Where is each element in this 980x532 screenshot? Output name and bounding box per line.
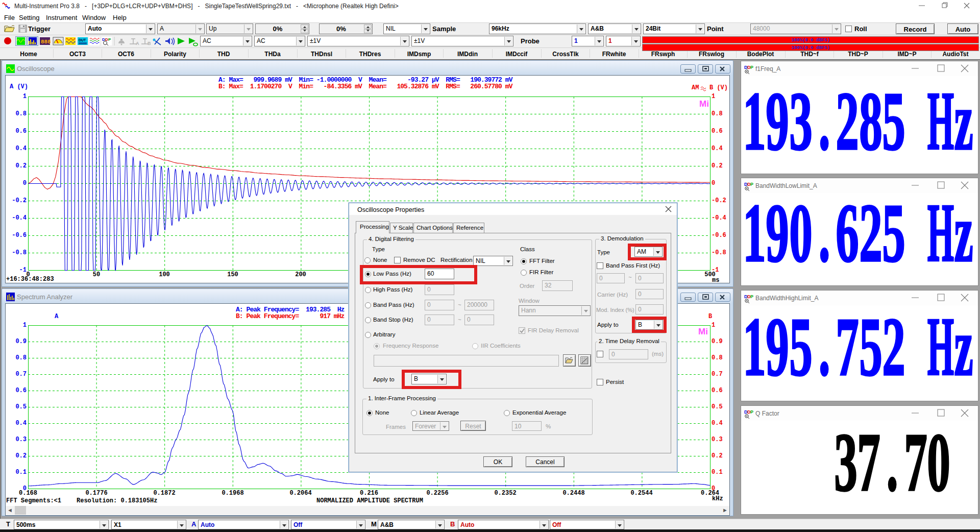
svg-text:P: P (750, 409, 753, 415)
svg-text:888: 888 (41, 39, 51, 45)
svg-text:DUT: DUT (79, 38, 86, 42)
svg-text:A: A (136, 41, 139, 46)
svg-text:P: P (108, 37, 111, 42)
svg-text:B: B (148, 41, 151, 46)
